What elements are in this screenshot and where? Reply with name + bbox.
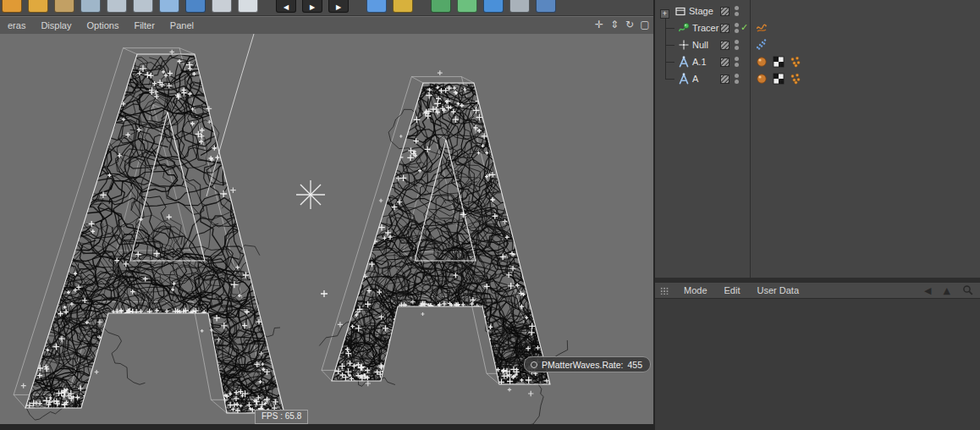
visibility-dots[interactable] — [735, 57, 739, 67]
am-header-icons: ◀▲ — [924, 283, 973, 299]
visibility-dots[interactable] — [735, 40, 739, 50]
viewport-nav-controls: ✛⇕↻▢ — [592, 16, 652, 33]
layer-swatch-icon[interactable] — [720, 58, 729, 67]
panel-grip-icon[interactable] — [660, 287, 669, 295]
visibility-dots[interactable] — [735, 74, 739, 84]
hud-parameter[interactable]: PMatterWaves.Rate: 455 — [524, 356, 651, 372]
texture-tag[interactable] — [772, 55, 785, 69]
redo-icon[interactable] — [28, 0, 48, 13]
object-name: A — [692, 74, 698, 84]
visibility-dots[interactable] — [735, 6, 739, 16]
object-name: Null — [692, 40, 708, 50]
attribute-manager: ModeEditUser Data◀▲ — [655, 283, 980, 430]
tree-expander-icon[interactable]: + — [660, 9, 669, 19]
render-settings-icon[interactable] — [393, 0, 413, 13]
coord-system-icon[interactable] — [185, 0, 206, 13]
object-name: Tracer — [692, 23, 718, 33]
particle-tag[interactable] — [789, 72, 802, 85]
layer-swatch-icon[interactable] — [720, 41, 729, 50]
attribute-manager-body — [655, 299, 980, 430]
fps-label: FPS : 65.8 — [255, 410, 308, 424]
am-menu-mode[interactable]: Mode — [675, 283, 716, 298]
null-icon[interactable] — [677, 38, 691, 52]
particle-tag[interactable] — [789, 55, 802, 69]
rotate-icon[interactable] — [159, 0, 179, 13]
deformer-icon[interactable] — [509, 0, 530, 13]
scale-icon[interactable] — [133, 0, 153, 13]
text-object-icon[interactable] — [677, 72, 691, 85]
texture-tag[interactable] — [772, 72, 785, 85]
object-row-tracer[interactable]: Tracer✓ — [655, 19, 980, 36]
enable-check-icon[interactable]: ✓ — [741, 22, 748, 33]
layer-swatch-icon[interactable] — [720, 24, 729, 33]
save-icon[interactable] — [54, 0, 74, 13]
object-row-a-1[interactable]: A.1 — [655, 53, 980, 70]
object-manager: +StageTracer✓NullA.1A — [655, 0, 980, 278]
am-menu-user-data[interactable]: User Data — [749, 283, 808, 298]
zoom-view-icon[interactable]: ⇕ — [608, 19, 621, 30]
text-object-icon[interactable] — [677, 55, 691, 69]
menu-display[interactable]: Display — [33, 17, 79, 34]
menu-panel[interactable]: Panel — [162, 17, 201, 34]
menu-options[interactable]: Options — [79, 17, 126, 34]
pan-view-icon[interactable]: ✛ — [592, 19, 606, 30]
attribute-manager-header: ModeEditUser Data◀▲ — [655, 283, 980, 299]
scribble-tag[interactable] — [755, 21, 768, 35]
menu-filter[interactable]: Filter — [126, 17, 162, 34]
window-bottom-edge — [0, 424, 653, 430]
viewport-menubar: erasDisplayOptionsFilterPanel — [0, 16, 653, 35]
stage-icon[interactable] — [674, 4, 687, 18]
phong-tag[interactable] — [755, 72, 768, 85]
right-panel: +StageTracer✓NullA.1A ModeEditUser Data◀… — [653, 0, 980, 430]
hud-label: PMatterWaves.Rate: — [542, 360, 623, 370]
object-name: Stage — [689, 6, 713, 16]
play-backwards-icon[interactable]: ◀ — [276, 0, 296, 13]
primitive-icon[interactable] — [431, 0, 451, 13]
search-icon[interactable] — [962, 284, 973, 297]
am-menu-edit[interactable]: Edit — [716, 283, 749, 298]
object-row-null[interactable]: Null — [655, 36, 980, 53]
history-back-icon[interactable]: ◀ — [924, 285, 931, 296]
rotate-view-icon[interactable]: ↻ — [623, 19, 636, 30]
axis-lock-icon[interactable] — [212, 0, 232, 13]
main-toolbar: ◀▶▶ — [0, 0, 655, 16]
play-forward-icon[interactable]: ▶ — [328, 0, 349, 13]
visibility-dots[interactable] — [735, 23, 739, 33]
triangle-icon[interactable]: ▲ — [944, 285, 950, 296]
phong-tag[interactable] — [755, 55, 768, 69]
undo-icon[interactable] — [2, 0, 22, 13]
environment-icon[interactable] — [536, 0, 556, 13]
layer-swatch-icon[interactable] — [720, 74, 729, 84]
object-name: A.1 — [692, 57, 707, 67]
object-row-stage[interactable]: +Stage — [655, 3, 980, 19]
cinema4d-window: ◀▶▶ erasDisplayOptionsFilterPanel ✛⇕↻▢ F… — [0, 0, 980, 430]
tracer-icon[interactable] — [677, 21, 691, 35]
hud-value: 455 — [627, 360, 642, 370]
maximize-view-icon[interactable]: ▢ — [638, 19, 652, 30]
layer-swatch-icon[interactable] — [720, 7, 729, 16]
menu-eras[interactable]: eras — [0, 17, 33, 34]
hud-circle-icon — [531, 361, 537, 368]
generator-icon[interactable] — [483, 0, 504, 13]
selection-icon[interactable] — [80, 0, 101, 13]
spline-icon[interactable] — [457, 0, 477, 13]
workplane-icon[interactable] — [238, 0, 258, 13]
play-icon[interactable]: ▶ — [302, 0, 322, 13]
dots-tag[interactable] — [755, 38, 768, 52]
render-icon[interactable] — [366, 0, 387, 13]
object-row-a[interactable]: A — [655, 70, 980, 87]
move-icon[interactable] — [107, 0, 127, 13]
